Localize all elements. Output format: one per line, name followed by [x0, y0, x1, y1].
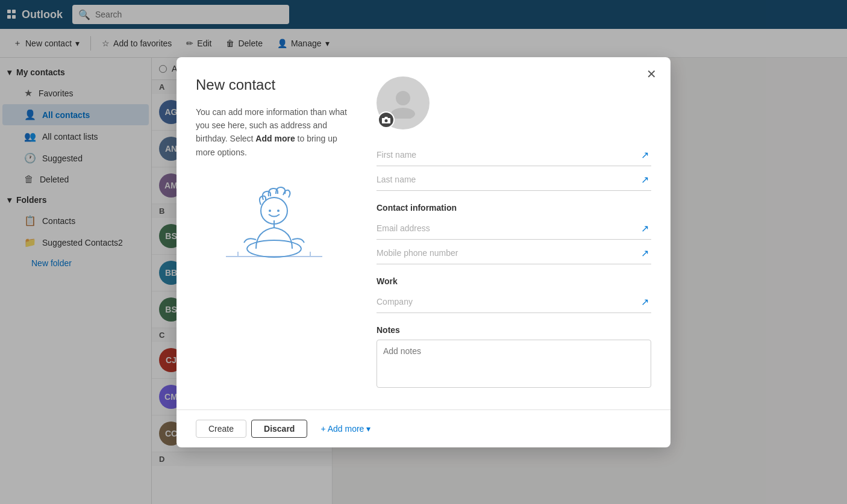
modal-right-panel: ↗ ↗ Contact information ↗ ↗ Work [377, 76, 651, 390]
last-name-field: ↗ [377, 169, 651, 191]
work-label: Work [377, 276, 651, 286]
new-contact-modal: ✕ New contact You can add more informati… [177, 57, 670, 447]
expand-icon-first-name[interactable]: ↗ [641, 149, 649, 161]
svg-point-8 [396, 91, 410, 105]
expand-icon-email[interactable]: ↗ [641, 223, 649, 234]
expand-icon-company[interactable]: ↗ [641, 296, 649, 308]
modal-close-button[interactable]: ✕ [642, 64, 661, 84]
modal-overlay: ✕ New contact You can add more informati… [0, 0, 847, 504]
notes-label: Notes [377, 325, 651, 335]
expand-icon-mobile[interactable]: ↗ [641, 247, 649, 259]
email-field: ↗ [377, 217, 651, 240]
company-field: ↗ [377, 291, 651, 313]
new-contact-illustration [196, 173, 352, 264]
illustration-svg [214, 173, 334, 264]
add-more-button[interactable]: + Add more ▾ [312, 420, 379, 437]
modal-left-panel: New contact You can add more information… [196, 76, 352, 390]
mobile-phone-input[interactable] [377, 242, 651, 264]
camera-icon [382, 116, 390, 123]
svg-point-6 [269, 210, 271, 212]
contact-info-label: Contact information [377, 203, 651, 213]
last-name-input[interactable] [377, 169, 651, 191]
svg-point-3 [247, 240, 301, 257]
mobile-phone-field: ↗ [377, 242, 651, 264]
expand-icon-last-name[interactable]: ↗ [641, 174, 649, 185]
avatar-placeholder [377, 76, 430, 129]
company-input[interactable] [377, 291, 651, 313]
svg-point-9 [391, 108, 415, 119]
discard-button[interactable]: Discard [251, 420, 307, 438]
svg-point-10 [385, 119, 388, 122]
modal-body: New contact You can add more information… [177, 57, 670, 409]
modal-description: You can add more information than what y… [196, 105, 352, 160]
notes-textarea[interactable] [377, 340, 651, 388]
avatar-upload-area [377, 76, 651, 129]
first-name-field: ↗ [377, 144, 651, 166]
email-input[interactable] [377, 217, 651, 240]
modal-title: New contact [196, 76, 352, 93]
first-name-input[interactable] [377, 144, 651, 166]
chevron-down-icon-add-more: ▾ [366, 424, 370, 434]
svg-point-7 [277, 210, 280, 212]
camera-upload-button[interactable] [378, 111, 395, 128]
modal-footer: Create Discard + Add more ▾ [177, 409, 670, 447]
svg-point-5 [261, 198, 287, 224]
create-button[interactable]: Create [196, 420, 246, 438]
